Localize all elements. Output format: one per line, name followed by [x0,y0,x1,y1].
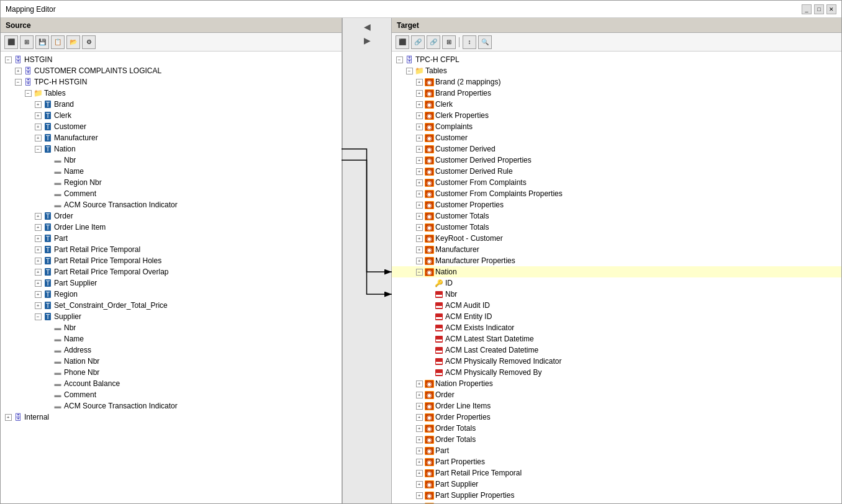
tree-expander-tables[interactable] [23,88,33,98]
tree-node-t-order-line-items[interactable]: ◉Order Line Items [392,400,841,412]
tree-expander-t-customer-from-complaints-props[interactable] [414,189,424,199]
tree-expander-t-nation-props[interactable] [414,379,424,389]
tree-expander-t-order-totals-1[interactable] [414,423,424,433]
tree-expander-t-customer-derived-props[interactable] [414,155,424,165]
tree-expander-order-line-item[interactable] [33,222,43,232]
tree-expander-t-customer-derived[interactable] [414,144,424,154]
tree-node-t-order-totals-1[interactable]: ◉Order Totals [392,423,841,434]
tree-expander-brand[interactable] [33,99,43,109]
tree-node-t-nation-acm-entity-id[interactable]: ▬ACM Entity ID [392,311,841,322]
tree-expander-t-region[interactable] [414,502,424,503]
tree-expander-t-customer-totals-1[interactable] [414,211,424,221]
tree-node-supplier-acm[interactable]: ▬ACM Source Transaction Indicator [1,400,342,412]
tree-expander-complaints-logical[interactable] [13,66,23,76]
tree-expander-t-order-line-items[interactable] [414,401,424,411]
tree-node-complaints-logical[interactable]: 🗄CUSTOMER COMPLAINTS LOGICAL [1,65,342,76]
tree-expander-part-retail-price-temporal-overlap[interactable] [33,267,43,277]
tree-node-t-region[interactable]: ◉Region [392,501,841,503]
minimize-button[interactable]: _ [802,4,812,14]
tree-expander-customer[interactable] [33,122,43,132]
tree-node-supplier[interactable]: TSupplier [1,311,342,322]
tree-expander-part[interactable] [33,233,43,243]
tree-node-t-complaints[interactable]: ◉Complaints [392,121,841,132]
target-btn1[interactable]: ⬛ [396,35,409,49]
tree-node-brand[interactable]: TBrand [1,99,342,110]
tree-node-t-nation-nbr[interactable]: ▬Nbr [392,289,841,300]
tree-node-t-order-totals-2[interactable]: ◉Order Totals [392,434,841,445]
source-toolbar-btn6[interactable]: ⚙ [82,35,96,49]
tree-node-t-part[interactable]: ◉Part [392,445,841,456]
tree-node-t-order-props[interactable]: ◉Order Properties [392,412,841,423]
source-toolbar-btn4[interactable]: 📋 [51,35,65,49]
tree-expander-t-customer-derived-rule[interactable] [414,166,424,176]
tree-node-supplier-nation-nbr[interactable]: ▬Nation Nbr [1,356,342,367]
tree-node-region[interactable]: TRegion [1,289,342,300]
tree-expander-clerk[interactable] [33,110,43,120]
tree-expander-t-tables[interactable] [404,66,414,76]
tree-expander-t-order[interactable] [414,390,424,400]
target-btn5[interactable]: ↕ [463,35,476,49]
tree-expander-t-manufacturer[interactable] [414,245,424,254]
tree-expander-t-part-retail-price-temporal[interactable] [414,468,424,478]
tree-node-part-retail-price-temporal-overlap[interactable]: TPart Retail Price Temporal Overlap [1,266,342,277]
tree-expander-t-part[interactable] [414,446,424,456]
tree-node-t-part-supplier-props[interactable]: ◉Part Supplier Properties [392,490,841,501]
tree-node-t-customer-totals-1[interactable]: ◉Customer Totals [392,210,841,222]
nav-left-arrow[interactable]: ◀ [361,20,373,33]
tree-node-t-tables[interactable]: 📁Tables [392,65,841,76]
tree-expander-part-retail-price-temporal[interactable] [33,245,43,254]
tree-node-t-manufacturer[interactable]: ◉Manufacturer [392,244,841,255]
tree-node-tpc-h-hstgin[interactable]: 🗄TPC-H HSTGIN [1,76,342,88]
target-btn3[interactable]: 🔗 [427,35,440,49]
tree-expander-t-order-props[interactable] [414,412,424,422]
tree-expander-t-customer-from-complaints[interactable] [414,178,424,187]
tree-node-t-nation[interactable]: ◉Nation [392,266,841,277]
tree-expander-t-keyroot-customer[interactable] [414,233,424,243]
tree-node-order-line-item[interactable]: TOrder Line Item [1,222,342,233]
tree-node-t-customer-totals-2[interactable]: ◉Customer Totals [392,222,841,233]
tree-node-t-nation-acm-phys-removed-by[interactable]: ▬ACM Physically Removed By [392,367,841,378]
tree-node-t-nation-acm-phys-removed[interactable]: ▬ACM Physically Removed Indicator [392,356,841,367]
tree-node-t-customer-from-complaints-props[interactable]: ◉Customer From Complaints Properties [392,188,841,199]
source-toolbar-btn5[interactable]: 📂 [66,35,80,49]
tree-node-t-order[interactable]: ◉Order [392,389,841,400]
tree-expander-t-manufacturer-props[interactable] [414,256,424,266]
tree-expander-tpc-h-hstgin[interactable] [13,77,23,87]
tree-expander-part-supplier[interactable] [33,278,43,288]
tree-expander-t-nation[interactable] [414,267,424,277]
tree-node-tables[interactable]: 📁Tables [1,88,342,99]
tree-expander-t-part-supplier-props[interactable] [414,490,424,500]
tree-node-supplier-account-balance[interactable]: ▬Account Balance [1,378,342,389]
target-btn4[interactable]: ⊞ [442,35,456,49]
nav-right-arrow[interactable]: ▶ [361,34,373,47]
tree-node-nation[interactable]: TNation [1,143,342,155]
tree-node-nation-name[interactable]: ▬Name [1,166,342,177]
tree-node-t-nation-id[interactable]: 🔑ID [392,277,841,289]
tree-node-t-nation-acm-audit-id[interactable]: ▬ACM Audit ID [392,300,841,311]
tree-node-nation-acm[interactable]: ▬ACM Source Transaction Indicator [1,199,342,210]
close-button[interactable]: ✕ [826,4,836,14]
tree-node-supplier-name[interactable]: ▬Name [1,333,342,344]
tree-expander-t-customer[interactable] [414,133,424,143]
tree-node-internal[interactable]: 🗄Internal [1,412,342,423]
tree-node-nation-region-nbr[interactable]: ▬Region Nbr [1,177,342,188]
tree-node-manufacturer[interactable]: TManufacturer [1,132,342,143]
tree-expander-t-complaints[interactable] [414,122,424,132]
tree-expander-t-customer-props[interactable] [414,200,424,210]
tree-expander-t-clerk-props[interactable] [414,110,424,120]
tree-node-t-customer-derived[interactable]: ◉Customer Derived [392,143,841,155]
tree-node-clerk[interactable]: TClerk [1,110,342,121]
tree-node-t-customer-derived-rule[interactable]: ◉Customer Derived Rule [392,166,841,177]
tree-node-t-brand-2[interactable]: ◉Brand (2 mappings) [392,76,841,88]
tree-node-order[interactable]: TOrder [1,210,342,222]
tree-node-nation-comment[interactable]: ▬Comment [1,188,342,199]
tree-node-t-part-props[interactable]: ◉Part Properties [392,456,841,467]
tree-node-part-retail-price-temporal[interactable]: TPart Retail Price Temporal [1,244,342,255]
source-toolbar-btn3[interactable]: 💾 [35,35,49,49]
tree-node-t-customer-props[interactable]: ◉Customer Properties [392,199,841,210]
tree-expander-part-retail-price-temporal-holes[interactable] [33,256,43,266]
tree-node-supplier-address[interactable]: ▬Address [1,344,342,356]
tree-node-t-part-retail-price-temporal[interactable]: ◉Part Retail Price Temporal [392,467,841,479]
tree-expander-tpc-h-cfpl[interactable] [394,55,404,65]
tree-node-part-retail-price-temporal-holes[interactable]: TPart Retail Price Temporal Holes [1,255,342,266]
